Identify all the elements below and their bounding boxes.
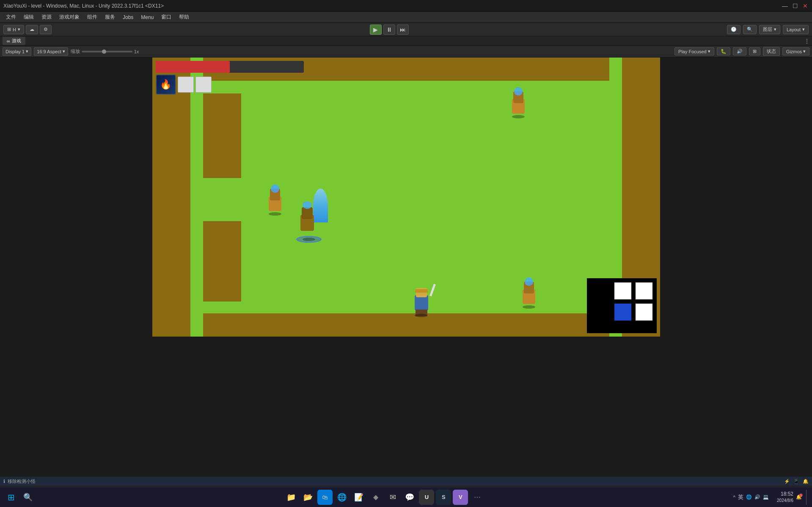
layout-dropdown[interactable]: Layout ▾ [783,25,809,34]
menu-menu[interactable]: Menu [138,13,157,22]
tray-volume[interactable]: 🔊 [754,494,760,500]
toolbar-settings-button[interactable]: ⚙ [40,25,52,34]
menu-window[interactable]: 窗口 [158,12,175,22]
taskbar-search[interactable]: 🔍 [20,490,36,505]
taskbar-files[interactable]: 📂 [300,490,316,505]
tray-wifi[interactable]: 🌐 [746,494,752,500]
taskbar-notification[interactable]: 🔔 1 [796,494,802,500]
infinity-icon: ∞ [7,38,10,44]
bug-button[interactable]: 🐛 [717,47,730,55]
windows-taskbar: ⊞ 🔍 📁 📂 🛍 🌐 📝 ◆ ✉ 💬 U S V ⋯ ^ 英 🌐 🔊 💻 18… [0,487,812,507]
toolbar: ⊞ H ▾ ☁ ⚙ ▶ ⏸ ⏭ 🕐 🔍 图层 ▾ Layout ▾ [0,23,812,36]
dirt-bottom [152,313,660,337]
status-icon-1: ⚡ [784,479,790,484]
menu-assets[interactable]: 资源 [38,12,55,22]
minimap-tile-blue [614,304,631,321]
status-right-icons: ⚡ 📱 🔔 [784,479,809,484]
chevron-down-icon: ▾ [26,49,28,54]
menu-bar: 文件 编辑 资源 游戏对象 组件 服务 Jobs Menu 窗口 帮助 [0,12,812,23]
menu-file[interactable]: 文件 [3,12,19,22]
zoom-handle[interactable] [102,49,106,54]
tray-battery[interactable]: 💻 [763,494,769,500]
title-bar-title: XiaoYouXi - level - Windows, Mac, Linux … [3,3,164,9]
menu-edit[interactable]: 编辑 [20,12,37,22]
toolbar-cloud-button[interactable]: ☁ [26,25,38,34]
taskbar-system-tray: ^ 英 🌐 🔊 💻 18:52 2024/8/6 🔔 1 [733,490,809,505]
zoom-slider[interactable] [82,51,132,52]
game-tab[interactable]: ∞ 游戏 [3,37,25,45]
health-bar-bg [156,61,304,73]
search-button[interactable]: 🔍 [743,25,757,34]
minimap-tile-1 [636,282,652,299]
chevron-down-icon: ▾ [18,27,20,32]
play-focused-dropdown[interactable]: Play Focused ▾ [674,47,714,55]
chevron-down-icon: ▾ [774,27,776,32]
taskbar-email[interactable]: ✉ [385,490,400,505]
close-button[interactable]: ✕ [802,3,809,9]
taskbar-clock[interactable]: 18:52 2024/8/6 [771,491,793,504]
minimize-button[interactable]: — [782,3,788,9]
inventory-slot-2[interactable] [195,77,212,93]
toolbar-h-dropdown[interactable]: ⊞ H ▾ [3,25,24,34]
minimap-tile-3 [636,304,652,321]
game-canvas: 🔥 [152,58,660,337]
status-icon-3: 🔔 [803,479,809,484]
taskbar-notepad[interactable]: 📝 [351,490,366,505]
hud: 🔥 [156,61,304,95]
taskbar-explorer[interactable]: 📁 [284,490,299,505]
taskbar-vs[interactable]: V [453,490,468,505]
taskbar-wechat[interactable]: 💬 [402,490,417,505]
title-bar-controls: — ☐ ✕ [782,3,809,9]
title-bar: XiaoYouXi - level - Windows, Mac, Linux … [0,0,812,12]
tray-lang[interactable]: 英 [738,493,743,501]
taskbar-unity-hub[interactable]: ◆ [368,490,383,505]
minimap [587,278,657,333]
bug-icon: 🐛 [721,49,727,54]
inner-left-grass [241,93,254,178]
audio-button[interactable]: 🔊 [733,47,746,55]
lower-left-grass [241,221,254,301]
taskbar-steam[interactable]: S [436,490,451,505]
game-tabbar: ∞ 游戏 ⋮ [0,36,812,46]
menu-services[interactable]: 服务 [102,12,118,22]
tray-show-desktop[interactable] [806,490,809,505]
health-bar [156,61,230,73]
step-button[interactable]: ⏭ [397,25,409,35]
game-toolbar: Display 1 ▾ 16:9 Aspect ▾ 缩放 1x Play Foc… [0,46,812,58]
play-button[interactable]: ▶ [370,25,382,35]
layers-dropdown[interactable]: 图层 ▾ [759,25,780,34]
history-button[interactable]: 🕐 [727,25,740,34]
taskbar-more[interactable]: ⋯ [470,490,485,505]
status-icon-2: 📱 [793,479,799,484]
status-info-icon: ℹ [3,479,5,484]
game-toolbar-right: Play Focused ▾ 🐛 🔊 ⊞ 状态 Gizmos ▾ [674,47,809,56]
maximize-button[interactable]: ☐ [792,3,798,9]
tray-expand[interactable]: ^ [733,495,735,500]
gizmos-dropdown[interactable]: Gizmos ▾ [782,47,809,55]
grass-strip-bottom [152,301,660,313]
grid-icon: ⊞ [753,49,757,54]
player-row: 🔥 [156,74,304,95]
pause-button[interactable]: ⏸ [383,25,395,35]
status-button[interactable]: 状态 [763,47,780,56]
aspect-dropdown[interactable]: 16:9 Aspect ▾ [34,47,68,56]
menu-jobs[interactable]: Jobs [119,13,137,22]
chevron-down-icon: ▾ [803,49,806,54]
taskbar-edge[interactable]: 🌐 [334,490,350,505]
taskbar-store[interactable]: 🛍 [317,490,333,505]
toolbar-center: ▶ ⏸ ⏭ [54,25,724,35]
speaker-icon: 🔊 [737,49,743,54]
taskbar-unity3d[interactable]: U [419,490,434,505]
more-options-icon[interactable]: ⋮ [804,38,809,44]
grass-strip-left [190,58,203,337]
display-dropdown[interactable]: Display 1 ▾ [3,47,31,56]
grid-button[interactable]: ⊞ [749,47,760,55]
enemy-sprite-2 [264,189,286,214]
inventory-slot-1[interactable] [178,77,194,93]
menu-help[interactable]: 帮助 [176,12,193,22]
toolbar-right: 🕐 🔍 图层 ▾ Layout ▾ [727,25,809,34]
start-button[interactable]: ⊞ [3,490,19,505]
menu-component[interactable]: 组件 [84,12,101,22]
status-bar: ℹ 移除检测小怪 ⚡ 📱 🔔 [0,477,812,486]
menu-gameobject[interactable]: 游戏对象 [56,12,83,22]
